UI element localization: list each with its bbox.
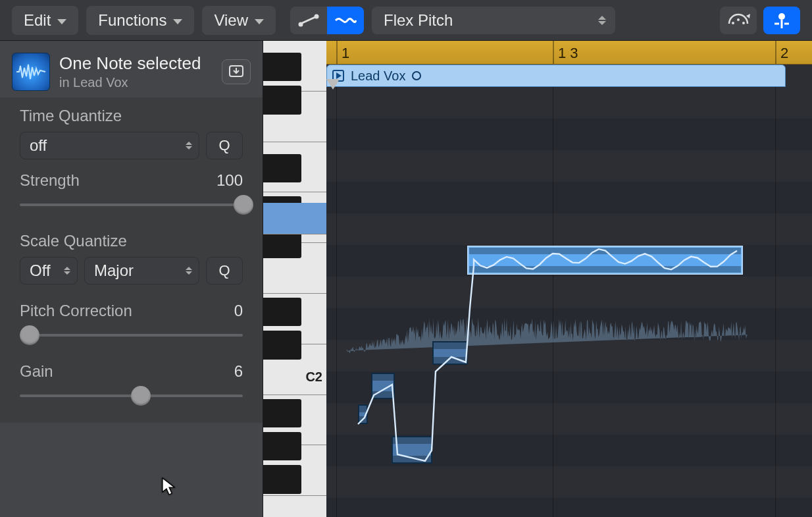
piano-key-label: C2 — [305, 369, 322, 514]
time-quantize-select[interactable]: off — [20, 132, 199, 159]
inspector-panel: One Note selected in Lead Vox Time Quant… — [0, 41, 263, 517]
pitch-correction-value: 0 — [234, 302, 243, 320]
piano-ruler[interactable]: C2 — [263, 41, 326, 517]
inspector-title: One Note selected — [59, 53, 213, 74]
pitch-curve — [326, 41, 812, 517]
catch-playhead-icon — [772, 11, 792, 30]
view-menu[interactable]: View — [202, 6, 276, 35]
playhead-icon[interactable] — [326, 79, 340, 90]
time-quantize-apply-button[interactable]: Q — [206, 132, 243, 159]
chevron-down-icon — [255, 19, 264, 24]
edit-menu-label: Edit — [24, 11, 51, 30]
bar-ruler[interactable]: 11 32 — [326, 41, 812, 65]
waveform-icon — [16, 62, 46, 82]
time-quantize-value: off — [30, 136, 47, 155]
scale-root-value: Off — [30, 261, 51, 280]
mouse-cursor-icon — [162, 477, 176, 499]
automation-icon — [297, 13, 320, 28]
edit-menu[interactable]: Edit — [12, 6, 78, 35]
scale-quantize-label: Scale Quantize — [20, 232, 243, 250]
import-icon — [228, 65, 244, 79]
ruler-label: 2 — [780, 45, 788, 62]
inspector-header: One Note selected in Lead Vox — [0, 41, 263, 97]
pitch-correction-thumb[interactable] — [20, 325, 39, 345]
catch-playhead-button[interactable] — [763, 7, 800, 34]
gain-slider[interactable] — [20, 386, 243, 406]
strength-row: Strength 100 — [20, 171, 243, 190]
gain-thumb[interactable] — [131, 386, 151, 406]
scale-type-value: Major — [94, 261, 134, 280]
inspector-body: Time Quantize off Q Strength 100 — [0, 97, 263, 423]
flex-mode-select[interactable]: Flex Pitch — [372, 7, 615, 34]
svg-point-5 — [742, 22, 745, 24]
pitch-correction-slider[interactable] — [20, 325, 243, 345]
updown-icon — [598, 16, 606, 25]
scale-quantize-group: Scale Quantize Off Major Q — [20, 232, 243, 285]
chevron-down-icon — [173, 19, 182, 24]
updown-icon — [186, 267, 192, 275]
midi-out-button[interactable] — [720, 7, 757, 34]
view-menu-label: View — [214, 11, 248, 30]
strength-value: 100 — [216, 171, 243, 190]
svg-point-3 — [732, 22, 734, 24]
gain-value: 6 — [234, 362, 243, 381]
strength-thumb[interactable] — [234, 195, 253, 215]
flex-toggle-segment — [290, 7, 364, 34]
functions-menu[interactable]: Functions — [86, 6, 194, 35]
flex-mode-label: Flex Pitch — [384, 11, 453, 30]
region-name: Lead Vox — [351, 68, 405, 84]
slider-track — [20, 204, 243, 206]
scale-type-select[interactable]: Major — [84, 257, 199, 285]
track-icon — [12, 53, 50, 91]
region-header[interactable]: Lead Vox — [326, 65, 786, 87]
flex-pitch-editor[interactable]: 11 32 Lead Vox — [326, 41, 812, 517]
midi-out-icon — [726, 12, 750, 29]
pitch-correction-group: Pitch Correction 0 — [20, 302, 243, 345]
svg-point-4 — [737, 18, 740, 21]
scale-root-select[interactable]: Off — [20, 257, 78, 285]
time-quantize-group: Time Quantize off Q Strength 100 — [20, 107, 243, 215]
flex-icon — [334, 13, 357, 28]
flex-toggle[interactable] — [327, 7, 364, 34]
inspector-subtitle: in Lead Vox — [59, 75, 213, 90]
ruler-label: 1 — [342, 45, 349, 62]
updown-icon — [64, 267, 70, 275]
scale-quantize-apply-button[interactable]: Q — [206, 257, 243, 285]
gain-group: Gain 6 — [20, 362, 243, 406]
toolbar-right — [720, 7, 800, 34]
updown-icon — [186, 142, 192, 150]
automation-toggle[interactable] — [290, 7, 327, 34]
strength-label: Strength — [20, 171, 80, 190]
slider-track — [20, 334, 243, 337]
toolbar: Edit Functions View Flex Pitch — [0, 0, 812, 41]
strength-slider[interactable] — [20, 195, 243, 215]
gain-label: Gain — [20, 362, 53, 381]
svg-line-2 — [302, 17, 315, 23]
region-loop-icon — [412, 71, 421, 80]
functions-menu-label: Functions — [98, 11, 166, 30]
ruler-label: 1 3 — [558, 45, 578, 62]
chevron-down-icon — [57, 19, 66, 24]
inspector-import-button[interactable] — [222, 59, 251, 84]
pitch-correction-label: Pitch Correction — [20, 302, 132, 320]
time-quantize-label: Time Quantize — [20, 107, 243, 125]
svg-point-6 — [778, 13, 785, 20]
